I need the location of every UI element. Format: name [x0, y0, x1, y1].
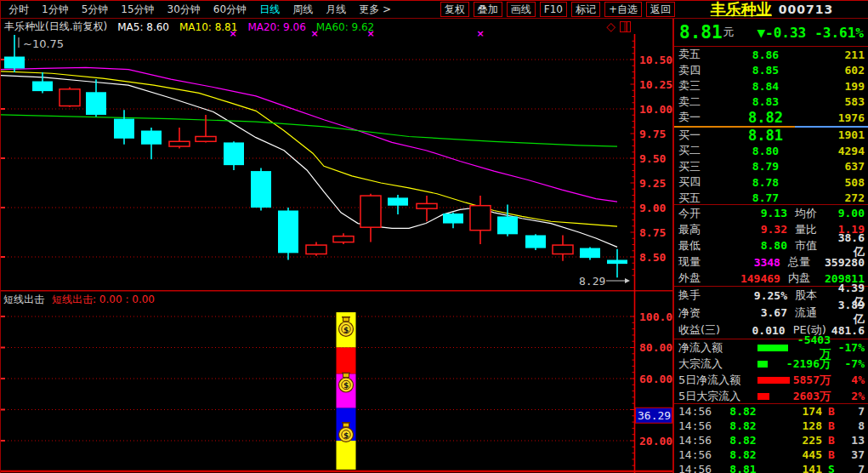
book-volume: 211	[814, 48, 865, 61]
info-row: 今开9.13均价9.00	[674, 205, 868, 221]
tick-side: B	[822, 448, 841, 461]
book-label: 买一	[678, 128, 718, 143]
toolbar-button[interactable]: 返回	[646, 2, 675, 17]
chart-title: 丰乐种业(日线.前复权)	[4, 20, 107, 34]
svg-text:9.75: 9.75	[639, 128, 666, 140]
toolbar-buttons: 复权叠加画线F10标记+自选返回	[440, 2, 675, 17]
period-tab[interactable]: 15分钟	[121, 3, 154, 17]
period-tab[interactable]: 1分钟	[42, 3, 69, 17]
tick-list: 14:568.82174B714:568.82128B814:568.82225…	[674, 404, 868, 473]
indicator-chart[interactable]: 100.0080.0060.0020.00$$$36.29	[1, 290, 672, 473]
indicator-status: 短线出击: 0.00 : 0.00	[52, 293, 155, 307]
info-value: 9.32	[729, 223, 787, 236]
book-price: 8.78	[718, 176, 814, 189]
sell-row[interactable]: 卖一8.821976	[674, 110, 868, 126]
info-label: 外盘	[678, 271, 726, 286]
period-tab[interactable]: 更多 >	[359, 3, 391, 17]
toolbar-button[interactable]: 复权	[440, 2, 469, 17]
toolbar-button[interactable]: 画线	[507, 2, 536, 17]
stat-value: 481.6	[831, 324, 865, 337]
tick-volume: 128	[767, 419, 822, 432]
tick-side: B	[822, 419, 841, 432]
candlestick-chart[interactable]: 10.5010.2510.009.759.509.259.008.758.50×…	[1, 26, 672, 290]
stock-code: 000713	[779, 3, 833, 16]
period-tab[interactable]: 分时	[9, 3, 29, 17]
toolbar-button[interactable]: 标记	[571, 2, 600, 17]
ma-label: MA5: 8.60	[117, 21, 169, 33]
stat-value: 3.67	[729, 306, 787, 319]
svg-text:10.25: 10.25	[639, 78, 672, 91]
stat-label: 流通	[795, 305, 834, 321]
svg-text:8.50: 8.50	[639, 251, 666, 264]
flow-bar	[757, 361, 768, 368]
book-price: 8.82	[718, 109, 814, 126]
window-icon[interactable]	[620, 21, 631, 32]
flow-pct: 2%	[831, 390, 865, 402]
stock-title: 丰乐种业 000713	[675, 1, 868, 18]
price-change-pct: -3.61%	[814, 25, 864, 41]
period-tab[interactable]: 60分钟	[213, 3, 247, 17]
period-tab[interactable]: 5分钟	[82, 3, 109, 17]
period-tab[interactable]: 周线	[292, 3, 313, 17]
svg-text:10.00: 10.00	[639, 103, 672, 116]
sell-row[interactable]: 卖二8.83583	[674, 94, 868, 111]
book-price: 8.81	[718, 127, 814, 144]
diamond-icon[interactable]: ◇	[606, 20, 616, 32]
buy-row[interactable]: 买二8.804294	[674, 143, 868, 159]
info-label: 内盘	[788, 271, 825, 286]
stat-row: 净资3.67流通3.89亿	[674, 305, 868, 322]
book-label: 买五	[678, 191, 718, 206]
svg-text:$: $	[343, 381, 349, 390]
toolbar-button[interactable]: 叠加	[474, 2, 502, 17]
flow-pct: 4%	[831, 373, 865, 386]
svg-text:9.25: 9.25	[639, 177, 666, 190]
sell-row[interactable]: 卖四8.85602	[674, 63, 868, 79]
flow-value: -2196万	[768, 356, 831, 372]
flow-row: 大宗流入-2196万-7%	[674, 356, 868, 372]
tick-row: 14:568.82225B13	[674, 433, 868, 447]
period-tab[interactable]: 30分钟	[167, 3, 201, 17]
svg-text:36.29: 36.29	[638, 409, 671, 422]
current-price: 8.81	[679, 22, 723, 43]
svg-text:20.00: 20.00	[639, 435, 672, 447]
buy-row[interactable]: 买三8.79637	[674, 159, 868, 175]
app-window: 分时1分钟5分钟15分钟30分钟60分钟日线周线月线更多 > 复权叠加画线F10…	[0, 0, 868, 473]
tick-time: 14:56	[678, 463, 719, 473]
period-tabs: 分时1分钟5分钟15分钟30分钟60分钟日线周线月线更多 >	[1, 3, 391, 17]
buy-row[interactable]: 买四8.78508	[674, 174, 868, 191]
stat-row: 收益(三)0.010PE(动)481.6	[674, 322, 868, 339]
svg-text:9.50: 9.50	[639, 152, 666, 165]
buy-row[interactable]: 买一8.811901	[674, 128, 868, 144]
toolbar-button[interactable]: F10	[540, 2, 567, 17]
tick-count: 13	[841, 434, 865, 447]
flow-pct: -17%	[831, 341, 865, 354]
tick-price: 8.82	[719, 434, 767, 447]
top-toolbar: 分时1分钟5分钟15分钟30分钟60分钟日线周线月线更多 > 复权叠加画线F10…	[1, 0, 868, 19]
indicator-name: 短线出击	[3, 293, 44, 307]
info-value: 149469	[726, 272, 780, 285]
book-label: 卖三	[678, 78, 718, 94]
stat-label: 股本	[795, 288, 834, 303]
tick-volume: 141	[767, 463, 822, 473]
period-tab[interactable]: 日线	[259, 3, 280, 17]
svg-text:$: $	[343, 326, 349, 334]
info-label: 最高	[678, 222, 729, 237]
tick-side: B	[822, 434, 841, 447]
info-label: 总量	[788, 254, 825, 270]
sell-row[interactable]: 卖五8.86211	[674, 47, 868, 63]
period-tab[interactable]: 月线	[326, 3, 346, 17]
buy-row[interactable]: 买五8.77272	[674, 191, 868, 207]
tick-price: 8.82	[719, 405, 767, 418]
stat-value: 9.25%	[729, 289, 787, 302]
book-price: 8.83	[718, 95, 814, 108]
stat-label: 收益(三)	[678, 322, 729, 338]
flow-bar	[757, 377, 790, 384]
info-value: 359280	[825, 256, 865, 269]
sell-row[interactable]: 卖三8.84199	[674, 78, 868, 94]
info-label: 最低	[678, 238, 729, 254]
svg-text:$: $	[343, 431, 349, 440]
tick-row: 14:568.82445B37	[674, 447, 868, 462]
toolbar-button[interactable]: +自选	[604, 2, 642, 17]
order-book: 卖五8.86211卖四8.85602卖三8.84199卖二8.83583卖一8.…	[674, 47, 868, 205]
book-label: 卖五	[678, 47, 718, 62]
